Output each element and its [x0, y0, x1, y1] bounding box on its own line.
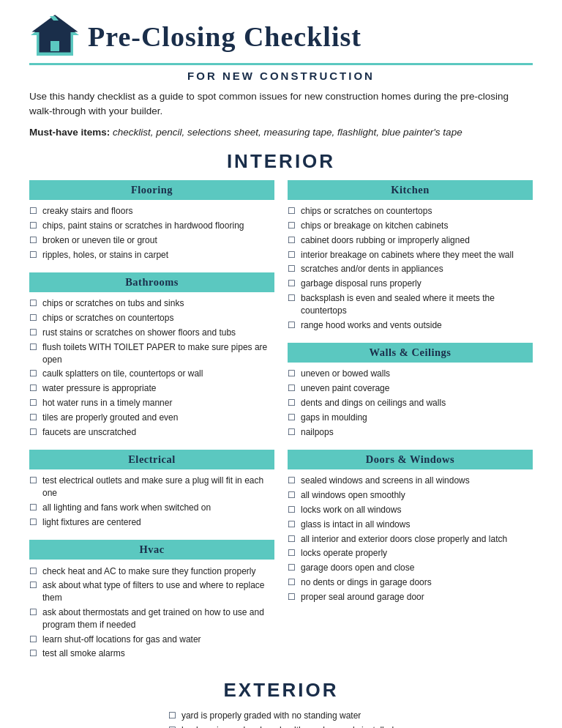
list-item: interior breakage on cabinets where they… [288, 248, 533, 262]
list-item: glass is intact in all windows [288, 517, 533, 532]
list-item: tiles are properly grouted and even [29, 410, 274, 425]
list-item: chips or scratches on countertops [29, 311, 274, 326]
list-item: water pressure is appropriate [29, 382, 274, 396]
list-item: rust stains or scratches on shower floor… [29, 326, 274, 341]
list-item: dents and dings on ceilings and walls [288, 396, 533, 411]
doors-windows-header: Doors & Windows [288, 450, 533, 469]
hvac-header: Hvac [29, 540, 274, 560]
interior-columns: Flooring creaky stairs and floors chips,… [29, 180, 533, 672]
list-item: ripples, holes, or stains in carpet [29, 248, 274, 262]
left-column: Flooring creaky stairs and floors chips,… [29, 180, 274, 672]
page-title: Pre-Closing Checklist [88, 21, 361, 53]
svg-rect-4 [50, 41, 59, 51]
list-item: garbage disposal runs properly [288, 277, 533, 291]
list-item: backsplash is even and sealed where it m… [288, 291, 533, 319]
list-item: ask about what type of filters to use an… [29, 579, 274, 606]
list-item: broken or uneven tile or grout [29, 233, 274, 248]
list-item: test electrical outlets and make sure a … [29, 474, 274, 501]
list-item: cabinet doors rubbing or improperly alig… [288, 233, 533, 248]
list-item: caulk splatters on tile, countertops or … [29, 367, 274, 382]
list-item: light fixtures are centered [29, 515, 274, 530]
right-column: Kitchen chips or scratches on countertop… [288, 180, 533, 672]
list-item: chips, paint stains or scratches in hard… [29, 219, 274, 234]
electrical-list: test electrical outlets and make sure a … [29, 474, 274, 530]
flooring-list: creaky stairs and floors chips, paint st… [29, 204, 274, 262]
list-item: hot water runs in a timely manner [29, 396, 274, 411]
bathrooms-list: chips or scratches on tubs and sinks chi… [29, 297, 274, 439]
list-item: locks operate properly [288, 546, 533, 561]
list-item: chips or breakage on kitchen cabinets [288, 219, 533, 234]
walls-ceilings-header: Walls & Ceilings [288, 343, 533, 363]
intro-text: Use this handy checklist as a guide to s… [29, 89, 533, 119]
list-item: garage doors open and close [288, 561, 533, 576]
list-item: scratches and/or dents in appliances [288, 262, 533, 277]
list-item: locks work on all windows [288, 503, 533, 518]
house-icon [29, 15, 80, 59]
list-item: no dents or dings in garage doors [288, 575, 533, 590]
interior-section-title: INTERIOR [29, 150, 533, 173]
header: Pre-Closing Checklist [29, 15, 533, 65]
list-item: learn shut-off locations for gas and wat… [29, 632, 274, 647]
list-item: all lighting and fans work when switched… [29, 501, 274, 516]
electrical-header: Electrical [29, 450, 274, 469]
list-item: test all smoke alarms [29, 647, 274, 661]
list-item: all windows open smoothly [288, 489, 533, 503]
list-item: uneven or bowed walls [288, 367, 533, 382]
list-item: proper seal around garage door [288, 590, 533, 604]
list-item: faucets are unscratched [29, 425, 274, 439]
list-item: landscaping and sod are healthy and prop… [168, 723, 394, 728]
list-item: nailpops [288, 425, 533, 439]
list-item: sealed windows and screens in all window… [288, 474, 533, 489]
exterior-section-title: EXTERIOR [29, 679, 533, 702]
exterior-list: yard is properly graded with no standing… [168, 709, 394, 728]
list-item: range hood works and vents outside [288, 318, 533, 333]
must-have: Must-have items: checklist, pencil, sele… [29, 125, 533, 140]
list-item: ask about thermostats and get trained on… [29, 605, 274, 632]
list-item: gaps in moulding [288, 410, 533, 425]
list-item: yard is properly graded with no standing… [168, 709, 394, 724]
kitchen-list: chips or scratches on countertops chips … [288, 204, 533, 333]
subtitle: FOR NEW CONSTRUCTION [29, 70, 533, 82]
flooring-header: Flooring [29, 180, 274, 200]
hvac-list: check heat and AC to make sure they func… [29, 564, 274, 661]
list-item: uneven paint coverage [288, 382, 533, 396]
exterior-section: EXTERIOR yard is properly graded with no… [29, 679, 533, 728]
doors-windows-list: sealed windows and screens in all window… [288, 474, 533, 604]
list-item: chips or scratches on countertops [288, 204, 533, 219]
list-item: chips or scratches on tubs and sinks [29, 297, 274, 311]
bathrooms-header: Bathrooms [29, 272, 274, 292]
list-item: check heat and AC to make sure they func… [29, 564, 274, 579]
walls-ceilings-list: uneven or bowed walls uneven paint cover… [288, 367, 533, 439]
list-item: flush toilets WITH TOILET PAPER to make … [29, 340, 274, 367]
kitchen-header: Kitchen [288, 180, 533, 200]
list-item: creaky stairs and floors [29, 204, 274, 219]
list-item: all interior and exterior doors close pr… [288, 532, 533, 546]
